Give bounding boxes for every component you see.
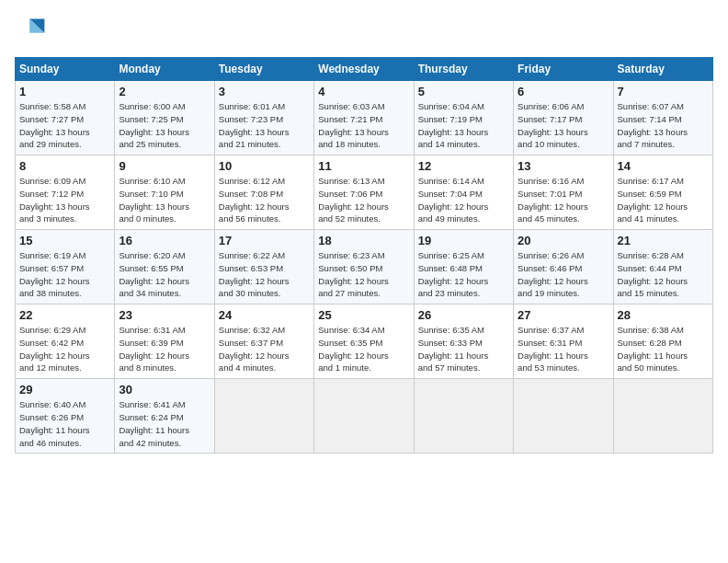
day-number: 26 xyxy=(418,308,509,322)
day-number: 30 xyxy=(119,383,210,396)
day-number: 17 xyxy=(219,234,310,247)
calendar-cell: 24Sunrise: 6:32 AM Sunset: 6:37 PM Dayli… xyxy=(214,304,313,379)
week-row-4: 22Sunrise: 6:29 AM Sunset: 6:42 PM Dayli… xyxy=(16,304,713,379)
cell-content: Sunrise: 6:12 AM Sunset: 7:08 PM Dayligh… xyxy=(219,175,310,225)
logo-icon xyxy=(15,15,48,48)
calendar-cell: 14Sunrise: 6:17 AM Sunset: 6:59 PM Dayli… xyxy=(613,155,712,230)
week-row-2: 8Sunrise: 6:09 AM Sunset: 7:12 PM Daylig… xyxy=(16,155,713,230)
calendar-cell: 2Sunrise: 6:00 AM Sunset: 7:25 PM Daylig… xyxy=(115,81,214,155)
cell-content: Sunrise: 6:22 AM Sunset: 6:53 PM Dayligh… xyxy=(219,249,310,300)
cell-content: Sunrise: 6:19 AM Sunset: 6:57 PM Dayligh… xyxy=(19,249,110,300)
cell-content: Sunrise: 6:29 AM Sunset: 6:42 PM Dayligh… xyxy=(19,324,110,374)
week-row-1: 1Sunrise: 5:58 AM Sunset: 7:27 PM Daylig… xyxy=(16,81,713,155)
day-number: 8 xyxy=(19,159,110,173)
page-header xyxy=(15,15,713,48)
day-number: 20 xyxy=(518,234,609,247)
header-saturday: Saturday xyxy=(613,58,712,81)
cell-content: Sunrise: 6:25 AM Sunset: 6:48 PM Dayligh… xyxy=(418,249,509,300)
cell-content: Sunrise: 6:38 AM Sunset: 6:28 PM Dayligh… xyxy=(618,324,709,374)
cell-content: Sunrise: 6:10 AM Sunset: 7:10 PM Dayligh… xyxy=(119,175,210,225)
day-number: 10 xyxy=(219,159,310,173)
day-number: 29 xyxy=(19,383,110,396)
calendar-cell: 15Sunrise: 6:19 AM Sunset: 6:57 PM Dayli… xyxy=(16,230,115,304)
day-number: 23 xyxy=(119,308,210,322)
day-number: 21 xyxy=(618,234,709,247)
cell-content: Sunrise: 6:17 AM Sunset: 6:59 PM Dayligh… xyxy=(618,175,709,225)
cell-content: Sunrise: 6:40 AM Sunset: 6:26 PM Dayligh… xyxy=(19,398,110,449)
calendar-table: SundayMondayTuesdayWednesdayThursdayFrid… xyxy=(15,57,713,454)
cell-content: Sunrise: 6:35 AM Sunset: 6:33 PM Dayligh… xyxy=(418,324,509,374)
day-number: 27 xyxy=(518,308,609,322)
cell-content: Sunrise: 6:26 AM Sunset: 6:46 PM Dayligh… xyxy=(518,249,609,300)
day-number: 14 xyxy=(618,159,709,173)
cell-content: Sunrise: 6:37 AM Sunset: 6:31 PM Dayligh… xyxy=(518,324,609,374)
calendar-cell xyxy=(514,379,613,454)
day-number: 15 xyxy=(19,234,110,247)
cell-content: Sunrise: 6:09 AM Sunset: 7:12 PM Dayligh… xyxy=(19,175,110,225)
calendar-cell xyxy=(314,379,414,454)
calendar-cell: 29Sunrise: 6:40 AM Sunset: 6:26 PM Dayli… xyxy=(16,379,115,454)
calendar-cell xyxy=(613,379,712,454)
calendar-cell: 6Sunrise: 6:06 AM Sunset: 7:17 PM Daylig… xyxy=(514,81,613,155)
header-sunday: Sunday xyxy=(16,58,115,81)
cell-content: Sunrise: 6:07 AM Sunset: 7:14 PM Dayligh… xyxy=(618,100,709,151)
calendar-cell: 27Sunrise: 6:37 AM Sunset: 6:31 PM Dayli… xyxy=(514,304,613,379)
calendar-cell: 5Sunrise: 6:04 AM Sunset: 7:19 PM Daylig… xyxy=(414,81,513,155)
calendar-cell: 26Sunrise: 6:35 AM Sunset: 6:33 PM Dayli… xyxy=(414,304,513,379)
day-number: 9 xyxy=(119,159,210,173)
day-number: 1 xyxy=(19,85,110,98)
cell-content: Sunrise: 5:58 AM Sunset: 7:27 PM Dayligh… xyxy=(19,100,110,151)
calendar-cell: 28Sunrise: 6:38 AM Sunset: 6:28 PM Dayli… xyxy=(613,304,712,379)
calendar-cell: 23Sunrise: 6:31 AM Sunset: 6:39 PM Dayli… xyxy=(115,304,214,379)
calendar-cell: 1Sunrise: 5:58 AM Sunset: 7:27 PM Daylig… xyxy=(16,81,115,155)
calendar-cell: 13Sunrise: 6:16 AM Sunset: 7:01 PM Dayli… xyxy=(514,155,613,230)
day-number: 22 xyxy=(19,308,110,322)
cell-content: Sunrise: 6:04 AM Sunset: 7:19 PM Dayligh… xyxy=(418,100,509,151)
cell-content: Sunrise: 6:28 AM Sunset: 6:44 PM Dayligh… xyxy=(618,249,709,300)
calendar-cell: 10Sunrise: 6:12 AM Sunset: 7:08 PM Dayli… xyxy=(214,155,313,230)
day-number: 11 xyxy=(318,159,409,173)
header-monday: Monday xyxy=(115,58,214,81)
calendar-cell: 11Sunrise: 6:13 AM Sunset: 7:06 PM Dayli… xyxy=(314,155,414,230)
cell-content: Sunrise: 6:01 AM Sunset: 7:23 PM Dayligh… xyxy=(219,100,310,151)
calendar-cell xyxy=(414,379,513,454)
day-number: 13 xyxy=(518,159,609,173)
header-wednesday: Wednesday xyxy=(314,58,414,81)
cell-content: Sunrise: 6:06 AM Sunset: 7:17 PM Dayligh… xyxy=(518,100,609,151)
calendar-cell: 18Sunrise: 6:23 AM Sunset: 6:50 PM Dayli… xyxy=(314,230,414,304)
calendar-cell: 17Sunrise: 6:22 AM Sunset: 6:53 PM Dayli… xyxy=(214,230,313,304)
calendar-cell: 4Sunrise: 6:03 AM Sunset: 7:21 PM Daylig… xyxy=(314,81,414,155)
page-container: SundayMondayTuesdayWednesdayThursdayFrid… xyxy=(0,0,728,461)
logo xyxy=(15,15,51,48)
calendar-cell: 22Sunrise: 6:29 AM Sunset: 6:42 PM Dayli… xyxy=(16,304,115,379)
header-tuesday: Tuesday xyxy=(214,58,313,81)
day-number: 3 xyxy=(219,85,310,98)
cell-content: Sunrise: 6:31 AM Sunset: 6:39 PM Dayligh… xyxy=(119,324,210,374)
cell-content: Sunrise: 6:20 AM Sunset: 6:55 PM Dayligh… xyxy=(119,249,210,300)
calendar-cell: 21Sunrise: 6:28 AM Sunset: 6:44 PM Dayli… xyxy=(613,230,712,304)
day-number: 2 xyxy=(119,85,210,98)
day-number: 12 xyxy=(418,159,509,173)
cell-content: Sunrise: 6:41 AM Sunset: 6:24 PM Dayligh… xyxy=(119,398,210,449)
cell-content: Sunrise: 6:32 AM Sunset: 6:37 PM Dayligh… xyxy=(219,324,310,374)
day-number: 25 xyxy=(318,308,409,322)
cell-content: Sunrise: 6:00 AM Sunset: 7:25 PM Dayligh… xyxy=(119,100,210,151)
calendar-cell: 7Sunrise: 6:07 AM Sunset: 7:14 PM Daylig… xyxy=(613,81,712,155)
calendar-cell: 9Sunrise: 6:10 AM Sunset: 7:10 PM Daylig… xyxy=(115,155,214,230)
header-friday: Friday xyxy=(514,58,613,81)
cell-content: Sunrise: 6:34 AM Sunset: 6:35 PM Dayligh… xyxy=(318,324,409,374)
cell-content: Sunrise: 6:13 AM Sunset: 7:06 PM Dayligh… xyxy=(318,175,409,225)
day-number: 5 xyxy=(418,85,509,98)
calendar-cell: 16Sunrise: 6:20 AM Sunset: 6:55 PM Dayli… xyxy=(115,230,214,304)
day-number: 7 xyxy=(618,85,709,98)
calendar-cell: 30Sunrise: 6:41 AM Sunset: 6:24 PM Dayli… xyxy=(115,379,214,454)
day-number: 6 xyxy=(518,85,609,98)
calendar-cell: 25Sunrise: 6:34 AM Sunset: 6:35 PM Dayli… xyxy=(314,304,414,379)
calendar-cell: 20Sunrise: 6:26 AM Sunset: 6:46 PM Dayli… xyxy=(514,230,613,304)
calendar-cell: 3Sunrise: 6:01 AM Sunset: 7:23 PM Daylig… xyxy=(214,81,313,155)
calendar-cell: 8Sunrise: 6:09 AM Sunset: 7:12 PM Daylig… xyxy=(16,155,115,230)
week-row-3: 15Sunrise: 6:19 AM Sunset: 6:57 PM Dayli… xyxy=(16,230,713,304)
day-number: 16 xyxy=(119,234,210,247)
week-row-5: 29Sunrise: 6:40 AM Sunset: 6:26 PM Dayli… xyxy=(16,379,713,454)
day-number: 28 xyxy=(618,308,709,322)
